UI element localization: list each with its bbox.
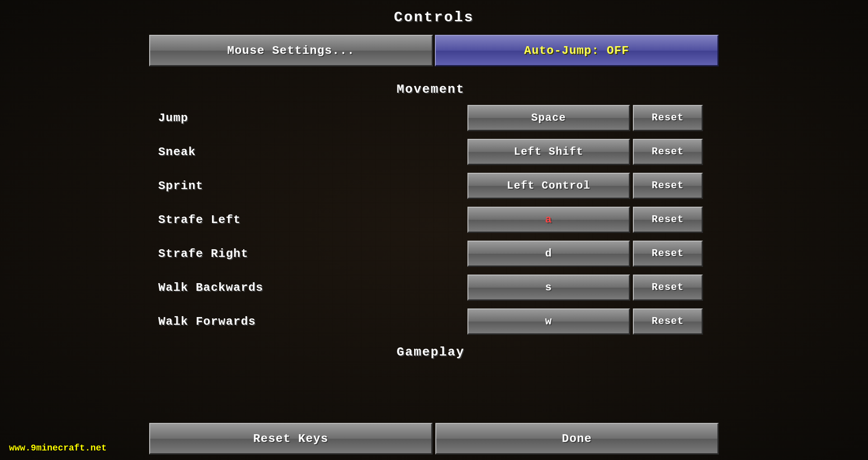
- reset-button-strafe-left[interactable]: Reset: [633, 207, 703, 233]
- reset-button-sneak[interactable]: Reset: [633, 139, 703, 165]
- keybind-button-jump[interactable]: Space: [467, 105, 630, 131]
- keybind-label-jump: Jump: [158, 111, 467, 125]
- keybind-label-sprint: Sprint: [158, 179, 467, 193]
- mouse-settings-button[interactable]: Mouse Settings...: [149, 35, 433, 66]
- main-content: Movement Jump Space Reset Sneak Left Shi…: [149, 76, 719, 417]
- keybind-row-strafe-left: Strafe Left a Reset: [149, 203, 712, 237]
- bottom-bar: Reset Keys Done: [149, 417, 719, 460]
- keybind-row-jump: Jump Space Reset: [149, 101, 712, 135]
- page-container: Controls Mouse Settings... Auto-Jump: OF…: [0, 0, 868, 460]
- keybind-button-sneak[interactable]: Left Shift: [467, 139, 630, 165]
- reset-button-sprint[interactable]: Reset: [633, 173, 703, 199]
- reset-button-walk-forwards[interactable]: Reset: [633, 308, 703, 335]
- reset-keys-button[interactable]: Reset Keys: [149, 423, 433, 455]
- page-title: Controls: [394, 9, 474, 26]
- reset-button-walk-backwards[interactable]: Reset: [633, 275, 703, 301]
- keybind-button-strafe-right[interactable]: d: [467, 241, 630, 267]
- keybind-row-strafe-right: Strafe Right d Reset: [149, 237, 712, 270]
- keybind-row-sprint: Sprint Left Control Reset: [149, 169, 712, 203]
- watermark-brand: 9minecraft: [31, 443, 85, 453]
- keybind-button-walk-backwards[interactable]: s: [467, 275, 630, 301]
- keybind-label-walk-forwards: Walk Forwards: [158, 315, 467, 328]
- watermark: www.9minecraft.net: [9, 443, 107, 453]
- reset-button-strafe-right[interactable]: Reset: [633, 241, 703, 267]
- keybind-label-walk-backwards: Walk Backwards: [158, 281, 467, 294]
- watermark-text: www.9minecraft.net: [9, 443, 107, 453]
- keybind-label-strafe-left: Strafe Left: [158, 213, 467, 227]
- keybind-label-sneak: Sneak: [158, 145, 467, 159]
- reset-button-jump[interactable]: Reset: [633, 105, 703, 131]
- scrollable-area[interactable]: Movement Jump Space Reset Sneak Left Shi…: [149, 76, 719, 413]
- keybind-row-walk-backwards: Walk Backwards s Reset: [149, 270, 712, 304]
- keybind-button-sprint[interactable]: Left Control: [467, 173, 630, 199]
- movement-section-header: Movement: [149, 76, 712, 101]
- auto-jump-button[interactable]: Auto-Jump: OFF: [435, 35, 719, 66]
- watermark-suffix: .net: [85, 443, 107, 453]
- watermark-prefix: www.: [9, 443, 31, 453]
- done-button[interactable]: Done: [435, 423, 719, 455]
- keybind-button-strafe-left[interactable]: a: [467, 207, 630, 233]
- keybind-row-sneak: Sneak Left Shift Reset: [149, 135, 712, 169]
- top-buttons-row: Mouse Settings... Auto-Jump: OFF: [149, 35, 719, 66]
- keybind-button-walk-forwards[interactable]: w: [467, 308, 630, 335]
- keybind-label-strafe-right: Strafe Right: [158, 247, 467, 261]
- keybind-row-walk-forwards: Walk Forwards w Reset: [149, 304, 712, 338]
- gameplay-section-header: Gameplay: [149, 338, 712, 364]
